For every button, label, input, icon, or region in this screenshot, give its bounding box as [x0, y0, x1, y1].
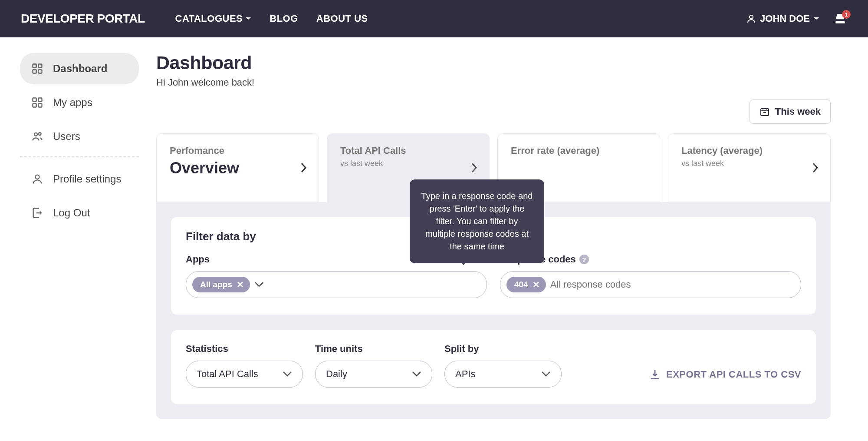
chevron-down-icon	[541, 371, 551, 377]
svg-rect-1	[33, 64, 36, 68]
statistics-select[interactable]: Total API Calls	[186, 361, 303, 388]
tooltip-text: Type in a response code and press 'Enter…	[421, 191, 533, 251]
svg-point-10	[39, 133, 41, 135]
response-codes-input[interactable]	[550, 279, 791, 290]
sidebar-item-label: Log Out	[53, 207, 90, 219]
export-csv-button[interactable]: EXPORT API CALLS TO CSV	[649, 368, 801, 388]
response-code-chip: 404 ✕	[506, 277, 546, 292]
select-value: APIs	[455, 368, 475, 380]
chevron-down-icon	[283, 371, 292, 377]
grid-icon	[31, 63, 43, 75]
svg-rect-4	[38, 70, 42, 73]
select-value: Daily	[326, 368, 347, 380]
top-nav: DEVELOPER PORTAL CATALOGUES BLOG ABOUT U…	[0, 0, 868, 37]
svg-point-9	[34, 133, 37, 136]
card-label: Total API Calls	[340, 145, 476, 156]
main-nav: CATALOGUES BLOG ABOUT US	[175, 13, 368, 24]
sidebar-item-profile-settings[interactable]: Profile settings	[20, 163, 139, 195]
sidebar: Dashboard My apps Users Profile settings…	[0, 37, 148, 441]
header-right: JOHN DOE 1	[746, 12, 847, 26]
user-name: JOHN DOE	[760, 13, 810, 24]
cart-count-badge: 1	[842, 10, 851, 19]
svg-rect-2	[38, 64, 42, 68]
apps-icon	[31, 96, 43, 109]
nav-blog[interactable]: BLOG	[270, 13, 298, 24]
apps-filter-combo[interactable]: All apps ✕	[186, 271, 487, 298]
split-by-label: Split by	[444, 343, 562, 355]
apps-chip: All apps ✕	[192, 277, 250, 292]
time-units-label: Time units	[315, 343, 432, 355]
user-icon	[746, 13, 756, 24]
chevron-right-icon	[300, 162, 307, 173]
download-icon	[649, 368, 661, 381]
cart-button[interactable]: 1	[833, 12, 847, 26]
svg-point-11	[35, 175, 39, 179]
nav-catalogues[interactable]: CATALOGUES	[175, 13, 252, 24]
sidebar-item-label: Dashboard	[53, 63, 107, 75]
remove-chip-icon[interactable]: ✕	[237, 280, 244, 289]
card-label: Perfomance	[170, 145, 306, 156]
chevron-right-icon	[471, 162, 478, 173]
filter-panel: Type in a response code and press 'Enter…	[171, 217, 816, 315]
calendar-icon	[760, 106, 770, 117]
sidebar-item-label: Profile settings	[53, 173, 121, 185]
date-range-button[interactable]: This week	[750, 99, 831, 124]
nav-label: CATALOGUES	[175, 13, 243, 24]
main-content: Dashboard Hi John welcome back! This wee…	[148, 37, 868, 441]
sidebar-item-label: Users	[53, 130, 80, 143]
chevron-down-icon	[254, 282, 264, 288]
user-menu[interactable]: JOHN DOE	[746, 13, 819, 24]
date-range-label: This week	[775, 106, 821, 117]
chip-label: All apps	[200, 280, 232, 289]
users-icon	[31, 130, 43, 143]
svg-rect-3	[33, 70, 36, 73]
page-subtitle: Hi John welcome back!	[156, 77, 831, 88]
chevron-down-icon	[245, 17, 251, 21]
svg-rect-6	[38, 98, 42, 102]
statistics-label: Statistics	[186, 343, 303, 355]
svg-point-0	[750, 15, 753, 19]
brand-logo[interactable]: DEVELOPER PORTAL	[21, 12, 145, 26]
page-title: Dashboard	[156, 52, 831, 73]
svg-rect-8	[38, 103, 42, 107]
help-icon[interactable]: ?	[579, 255, 589, 264]
svg-rect-7	[33, 103, 36, 107]
sidebar-divider	[20, 156, 139, 157]
split-by-select[interactable]: APIs	[444, 361, 562, 388]
profile-icon	[31, 173, 43, 185]
metric-card-latency[interactable]: Latency (average) vs last week	[668, 133, 831, 202]
card-sub: vs last week	[681, 159, 817, 168]
card-label: Latency (average)	[681, 145, 817, 156]
chevron-right-icon	[812, 162, 819, 173]
card-value: Overview	[170, 159, 306, 177]
chip-label: 404	[514, 280, 528, 289]
sidebar-item-label: My apps	[53, 96, 92, 109]
metric-card-overview[interactable]: Perfomance Overview	[156, 133, 319, 202]
nav-about[interactable]: ABOUT US	[316, 13, 368, 24]
stats-panel: Statistics Total API Calls Time units Da…	[171, 330, 816, 404]
sidebar-item-users[interactable]: Users	[20, 121, 139, 152]
chevron-down-icon	[813, 17, 819, 21]
sidebar-item-log-out[interactable]: Log Out	[20, 197, 139, 229]
chevron-down-icon	[412, 371, 421, 377]
sidebar-item-my-apps[interactable]: My apps	[20, 87, 139, 118]
card-sub: vs last week	[340, 159, 476, 168]
svg-rect-5	[33, 98, 36, 102]
response-codes-combo[interactable]: 404 ✕	[500, 271, 801, 298]
sidebar-item-dashboard[interactable]: Dashboard	[20, 53, 139, 84]
select-value: Total API Calls	[197, 368, 258, 380]
tooltip-response-codes: Type in a response code and press 'Enter…	[410, 179, 544, 263]
remove-chip-icon[interactable]: ✕	[533, 280, 540, 289]
export-label: EXPORT API CALLS TO CSV	[666, 369, 801, 380]
logout-icon	[31, 207, 43, 219]
time-units-select[interactable]: Daily	[315, 361, 432, 388]
card-label: Error rate (average)	[511, 145, 647, 156]
